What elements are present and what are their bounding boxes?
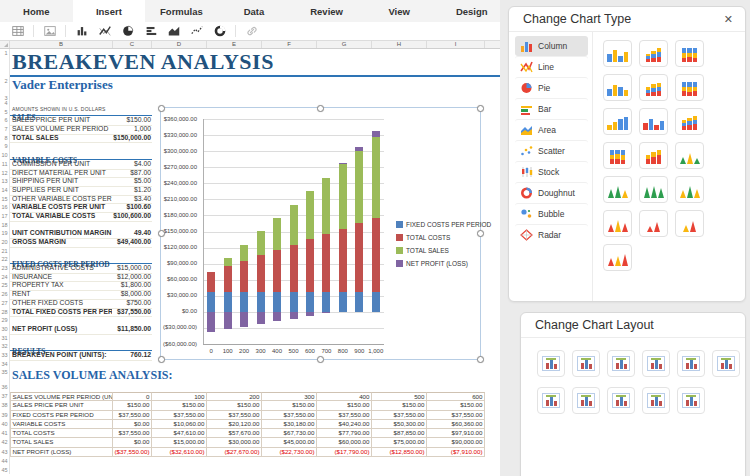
table-cell-value[interactable]: $67,730.00 [262, 429, 317, 438]
cell-value[interactable]: $100,600.00 [113, 212, 151, 220]
select-all-corner[interactable] [0, 41, 10, 48]
cell-value[interactable]: $150.00 [113, 116, 151, 124]
row-number[interactable]: 10 [0, 151, 10, 160]
table-cell-value[interactable]: $150.00 [317, 401, 372, 410]
table-cell-value[interactable]: 0 [113, 392, 152, 401]
column-header-e[interactable]: E [207, 41, 262, 48]
chart-subtype-stacked-cone[interactable] [603, 176, 632, 203]
tab-view[interactable]: View [363, 0, 436, 22]
row-number[interactable]: 26 [0, 290, 10, 299]
area-chart-icon[interactable] [166, 24, 181, 39]
row-number[interactable]: 31 [0, 334, 10, 343]
table-cell-value[interactable]: ($22,730.00) [262, 448, 317, 457]
row-number[interactable]: 15 [0, 195, 10, 204]
chart-type-item-area[interactable]: Area [515, 119, 588, 140]
chart-layout-1-tile[interactable] [537, 350, 565, 377]
chart-type-item-line[interactable]: Line [515, 56, 588, 77]
chart-layout-10-tile[interactable] [642, 387, 670, 414]
chart-subtype-100-stacked-cylinder[interactable] [603, 142, 632, 169]
row-number[interactable]: 8 [0, 134, 10, 143]
cell-value[interactable]: 49.40 [113, 229, 151, 237]
row-number[interactable]: 6 [0, 116, 10, 125]
tab-design[interactable]: Design [435, 0, 508, 22]
table-cell-value[interactable]: 300 [262, 392, 317, 401]
row-number[interactable]: 37 [0, 392, 10, 401]
row-number[interactable]: 24 [0, 273, 10, 282]
chart-subtype-3d-pyramid[interactable] [603, 244, 632, 271]
row-number[interactable]: 39 [0, 411, 10, 420]
table-cell-label[interactable]: SALES PRICE PER UNIT [10, 401, 113, 410]
cell-label[interactable]: SHIPPING PER UNIT [12, 177, 112, 185]
row-number[interactable]: 5 [0, 108, 10, 117]
column-header-b[interactable]: B [10, 41, 113, 48]
cell-value[interactable]: 760.12 [113, 351, 151, 359]
chart-subtype-stacked-pyramid[interactable] [639, 210, 668, 237]
table-cell-value[interactable]: ($32,610.00) [152, 448, 207, 457]
embedded-chart[interactable]: $360,000.00$330,000.00$300,000.00$270,00… [160, 107, 481, 360]
cell-label[interactable]: SALES VOLUME PER PERIOD [12, 125, 112, 133]
table-cell-value[interactable]: $0.00 [113, 420, 152, 429]
table-cell-value[interactable]: $50,300.00 [372, 420, 427, 429]
table-cell-value[interactable]: $150.00 [262, 401, 317, 410]
cell-label[interactable]: SUPPLIES PER UNIT [12, 186, 112, 194]
table-cell-value[interactable]: $150.00 [207, 401, 262, 410]
cell-value[interactable]: $8,000.00 [113, 290, 151, 298]
table-cell-label[interactable]: NET PROFIT (LOSS) [10, 448, 113, 457]
table-cell-value[interactable]: ($27,670.00) [207, 448, 262, 457]
chart-subtype-3d-cone[interactable] [675, 176, 704, 203]
line-chart-icon[interactable] [97, 24, 112, 39]
column-header-h[interactable]: H [372, 41, 427, 48]
tab-formulas[interactable]: Formulas [145, 0, 218, 22]
chart-subtype-100-stacked-pyramid[interactable] [675, 210, 704, 237]
cell-value[interactable]: $87.00 [113, 169, 151, 177]
row-number[interactable]: 4 [0, 99, 10, 108]
selection-handle[interactable] [317, 105, 324, 112]
table-cell-label[interactable]: TOTAL SALES [10, 438, 113, 447]
table-cell-value[interactable]: $30,000.00 [207, 438, 262, 447]
chart-type-item-column[interactable]: Column [515, 36, 588, 56]
table-cell-value[interactable]: $40,240.00 [317, 420, 372, 429]
table-cell-label[interactable]: TOTAL COSTS [10, 429, 113, 438]
cell-label[interactable]: PROPERTY TAX [12, 281, 112, 289]
chart-subtype-3d-cylinder[interactable] [639, 142, 668, 169]
cell-label[interactable]: UNIT CONTRIBUTION MARGIN [12, 229, 112, 237]
row-number[interactable]: 27 [0, 299, 10, 308]
cell-label[interactable]: INSURANCE [12, 273, 112, 281]
chart-subtype-clustered-pyramid[interactable] [603, 210, 632, 237]
row-number[interactable]: 18 [0, 221, 10, 230]
column-chart-icon[interactable] [74, 24, 89, 39]
chart-layout-8-tile[interactable] [572, 387, 600, 414]
tab-review[interactable]: Review [290, 0, 363, 22]
row-number[interactable]: 9 [0, 142, 10, 151]
table-cell-value[interactable]: $150.00 [372, 401, 427, 410]
chart-subtype-clustered-column[interactable] [603, 40, 632, 67]
selection-handle[interactable] [477, 356, 484, 363]
table-cell-value[interactable]: 200 [207, 392, 262, 401]
row-number[interactable]: 28 [0, 308, 10, 317]
table-cell-value[interactable]: $150.00 [427, 401, 485, 410]
chart-subtype-3d-clustered-column[interactable] [603, 74, 632, 101]
row-number[interactable]: 17 [0, 212, 10, 221]
row-number[interactable]: 34 [0, 360, 10, 369]
cell-value[interactable]: $5.00 [113, 177, 151, 185]
chart-type-item-radar[interactable]: Radar [515, 224, 588, 245]
table-cell-label[interactable]: FIXED COSTS PER PERIOD [10, 411, 113, 420]
chart-layout-9-tile[interactable] [607, 387, 635, 414]
table-cell-value[interactable]: $97,910.00 [427, 429, 485, 438]
chart-layout-4-tile[interactable] [642, 350, 670, 377]
cell-value[interactable]: $37,550.00 [113, 308, 151, 316]
sparkline-icon[interactable] [189, 24, 204, 39]
tab-data[interactable]: Data [218, 0, 291, 22]
table-cell-value[interactable]: $60,000.00 [317, 438, 372, 447]
table-cell-value[interactable]: $37,550.00 [152, 411, 207, 420]
chart-type-item-pie[interactable]: Pie [515, 77, 588, 98]
cell-value[interactable]: $3.40 [113, 195, 151, 203]
cell-value[interactable]: $1,800.00 [113, 281, 151, 289]
chart-type-item-doughnut[interactable]: Doughnut [515, 182, 588, 203]
tab-insert[interactable]: Insert [73, 0, 146, 22]
cell-value[interactable]: $15,000.00 [113, 264, 151, 272]
cell-label[interactable]: BREAKEVEN POINT (UNITS): [12, 351, 112, 359]
doughnut-chart-icon[interactable] [212, 24, 227, 39]
table-cell-value[interactable]: ($12,850.00) [372, 448, 427, 457]
row-number[interactable]: 30 [0, 325, 10, 334]
